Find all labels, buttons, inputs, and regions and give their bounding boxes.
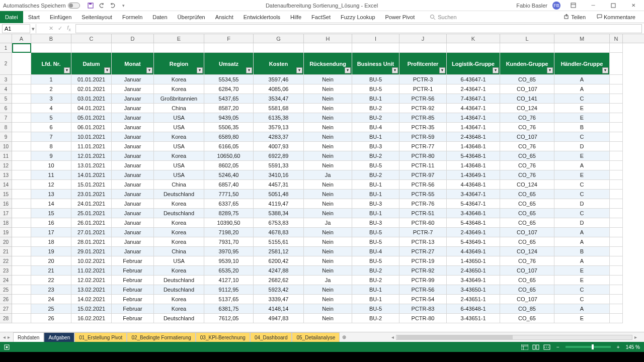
table-header-cell[interactable]: Region▾	[154, 53, 204, 75]
table-cell[interactable]: 3-43649-1	[447, 276, 500, 285]
table-cell[interactable]: Korea	[154, 132, 204, 142]
cell[interactable]	[500, 43, 554, 53]
table-cell[interactable]: 1-43648-1	[447, 142, 500, 151]
col-header[interactable]: L	[500, 34, 554, 43]
table-cell[interactable]: 12.02.2021	[71, 276, 112, 285]
table-cell[interactable]: CO_76	[500, 142, 554, 151]
table-cell[interactable]: 4085,06	[254, 84, 304, 94]
col-header[interactable]: H	[304, 34, 352, 43]
ribbon-tab-powerpivot[interactable]: Power Pivot	[380, 11, 420, 23]
name-box-dropdown-icon[interactable]: ▾	[30, 24, 36, 33]
table-cell[interactable]: BU-5	[352, 304, 399, 314]
table-cell[interactable]: CO_65	[500, 285, 554, 295]
table-cell[interactable]: 2-43651-1	[447, 295, 500, 304]
table-cell[interactable]: Januar	[112, 123, 154, 132]
col-header[interactable]: G	[254, 34, 304, 43]
table-cell[interactable]: 23	[31, 285, 71, 295]
table-cell[interactable]: 1-43647-1	[447, 123, 500, 132]
ribbon-tab-fuzzylookup[interactable]: Fuzzy Lookup	[336, 11, 380, 23]
table-cell[interactable]: 15	[31, 209, 71, 218]
table-cell[interactable]: 5-43648-1	[447, 218, 500, 228]
table-cell[interactable]: C	[554, 295, 610, 304]
table-cell[interactable]: 14.01.2021	[71, 170, 112, 180]
table-cell[interactable]: Nein	[304, 209, 352, 218]
sheet-tab[interactable]: Rohdaten	[13, 332, 44, 342]
table-cell[interactable]: 3579,13	[254, 123, 304, 132]
table-cell[interactable]: E	[554, 266, 610, 276]
table-cell[interactable]: PCTR-54	[399, 295, 447, 304]
table-cell[interactable]: 5-43649-1	[447, 237, 500, 247]
cell[interactable]	[254, 43, 304, 53]
table-cell[interactable]: PCTR-27	[399, 247, 447, 256]
filter-dropdown-icon[interactable]: ▾	[345, 67, 351, 73]
cell[interactable]	[12, 53, 31, 75]
table-cell[interactable]: USA	[154, 142, 204, 151]
cell[interactable]	[12, 256, 31, 266]
table-cell[interactable]: Nein	[304, 94, 352, 104]
table-cell[interactable]: C	[554, 132, 610, 142]
table-header-cell[interactable]: Datum▾	[71, 53, 112, 75]
table-cell[interactable]: PCTR-56	[399, 94, 447, 104]
table-cell[interactable]: CO_76	[500, 113, 554, 123]
row-header[interactable]: 28	[0, 314, 12, 323]
table-cell[interactable]: BU-1	[352, 209, 399, 218]
filter-dropdown-icon[interactable]: ▾	[547, 67, 553, 73]
table-cell[interactable]: Deutschland	[154, 276, 204, 285]
tell-me-search[interactable]: Suchen	[430, 14, 456, 20]
cell[interactable]	[610, 94, 623, 104]
formula-input[interactable]	[75, 24, 642, 33]
table-cell[interactable]: 3	[31, 94, 71, 104]
col-header[interactable]: N	[610, 34, 623, 43]
table-cell[interactable]: 18	[31, 237, 71, 247]
table-cell[interactable]: Nein	[304, 84, 352, 94]
cell[interactable]	[610, 104, 623, 113]
table-cell[interactable]: Januar	[112, 180, 154, 190]
table-cell[interactable]: Januar	[112, 94, 154, 104]
record-macro-icon[interactable]	[4, 344, 10, 350]
row-header[interactable]: 17	[0, 209, 12, 218]
table-cell[interactable]: D	[554, 142, 610, 151]
row-header[interactable]: 25	[0, 285, 12, 295]
table-cell[interactable]: PCTR-60	[399, 218, 447, 228]
table-cell[interactable]: 1-43649-1	[447, 170, 500, 180]
table-cell[interactable]: Deutschland	[154, 314, 204, 323]
cell[interactable]	[12, 180, 31, 190]
table-cell[interactable]: 10.01.2021	[71, 132, 112, 142]
cell[interactable]	[12, 104, 31, 113]
zoom-slider[interactable]	[566, 346, 611, 348]
filter-dropdown-icon[interactable]: ▾	[493, 67, 499, 73]
cell[interactable]	[610, 228, 623, 237]
table-cell[interactable]: 5506,35	[204, 123, 254, 132]
table-cell[interactable]: 02.01.2021	[71, 84, 112, 94]
row-header[interactable]: 10	[0, 142, 12, 151]
filter-dropdown-icon[interactable]: ▾	[197, 67, 203, 73]
comments-button[interactable]: Kommentare	[593, 13, 639, 22]
table-cell[interactable]: PCTR-76	[399, 199, 447, 209]
row-header[interactable]: 4	[0, 84, 12, 94]
table-cell[interactable]: USA	[154, 170, 204, 180]
user-name[interactable]: Fabio Basler	[516, 3, 547, 9]
table-cell[interactable]: BU-5	[352, 84, 399, 94]
table-cell[interactable]: BU-1	[352, 295, 399, 304]
table-cell[interactable]: 22	[31, 276, 71, 285]
table-cell[interactable]: 8289,75	[204, 209, 254, 218]
cell[interactable]	[12, 84, 31, 94]
row-header[interactable]: 14	[0, 180, 12, 190]
row-header[interactable]: 15	[0, 190, 12, 199]
table-cell[interactable]: 05.01.2021	[71, 113, 112, 123]
cell[interactable]	[12, 199, 31, 209]
table-cell[interactable]: Nein	[304, 304, 352, 314]
table-cell[interactable]: 6-43648-1	[447, 304, 500, 314]
table-cell[interactable]: 6	[31, 123, 71, 132]
table-cell[interactable]: 14	[31, 199, 71, 209]
table-cell[interactable]: Januar	[112, 209, 154, 218]
cell[interactable]	[12, 142, 31, 151]
cell[interactable]	[12, 276, 31, 285]
table-cell[interactable]: 4119,47	[254, 199, 304, 209]
cell[interactable]	[610, 180, 623, 190]
table-cell[interactable]: CO_65	[500, 209, 554, 218]
table-cell[interactable]: 3-43647-1	[447, 190, 500, 199]
table-cell[interactable]: 2-43650-1	[447, 266, 500, 276]
table-cell[interactable]: C	[554, 180, 610, 190]
table-cell[interactable]: Januar	[112, 237, 154, 247]
